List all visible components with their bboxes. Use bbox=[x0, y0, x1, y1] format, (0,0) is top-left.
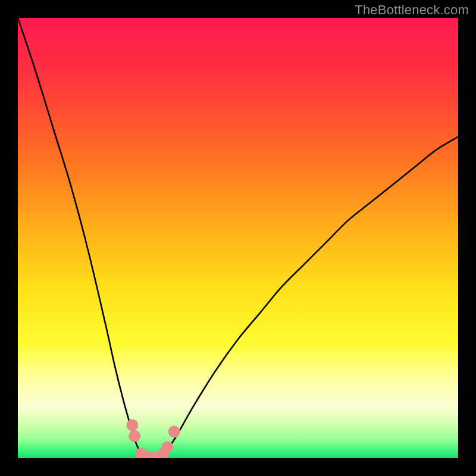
curve-marker bbox=[129, 430, 140, 442]
watermark-text: TheBottleneck.com bbox=[355, 2, 469, 18]
plot-area bbox=[18, 18, 458, 458]
curve-marker bbox=[126, 419, 138, 431]
bottleneck-curve bbox=[18, 18, 458, 458]
chart-frame: TheBottleneck.com bbox=[0, 0, 476, 476]
curve-layer bbox=[18, 18, 458, 458]
curve-marker bbox=[162, 441, 174, 453]
curve-marker bbox=[168, 426, 180, 438]
curve-markers bbox=[126, 419, 180, 459]
